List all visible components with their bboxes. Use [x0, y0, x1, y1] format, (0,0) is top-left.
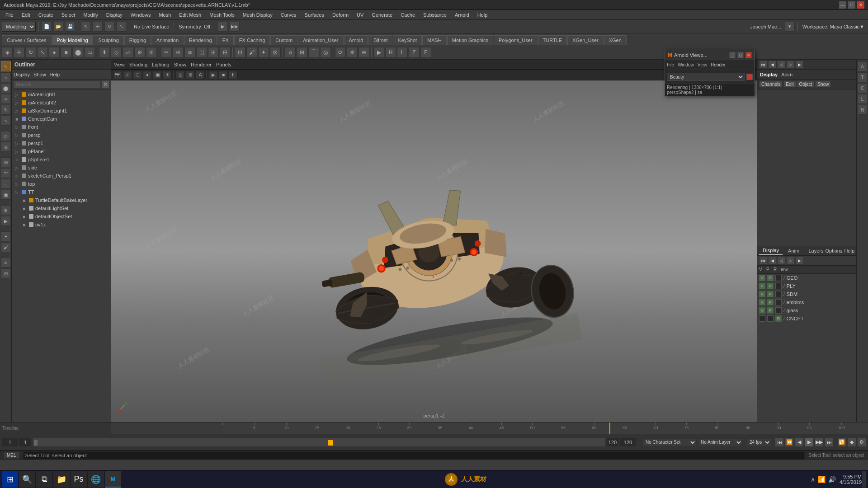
- lp-layers-menu[interactable]: Layers: [808, 248, 823, 253]
- move-tool-button[interactable]: ✛: [93, 22, 103, 32]
- shelf-move-icon[interactable]: ✛: [14, 47, 24, 58]
- cb-channels-menu[interactable]: Channels: [759, 81, 783, 88]
- shelf-combine-icon[interactable]: ⊞: [208, 47, 219, 58]
- rotate-tool-button[interactable]: ↻: [104, 22, 114, 32]
- move-button[interactable]: ✛: [1, 94, 11, 104]
- outliner-search-input[interactable]: [14, 80, 101, 89]
- user-dropdown[interactable]: ▼: [785, 22, 795, 32]
- outliner-item-persp[interactable]: ▷ persp: [12, 131, 111, 139]
- menu-edit-mesh[interactable]: Edit Mesh: [175, 11, 205, 19]
- tab-xgen-user[interactable]: XGen_User: [567, 35, 603, 45]
- shelf-separate-icon[interactable]: ⊟: [220, 47, 231, 58]
- shelf-history-icon[interactable]: ⟳: [335, 47, 346, 58]
- menu-uv[interactable]: UV: [353, 11, 367, 19]
- vp-camera-menu-btn[interactable]: 📷: [113, 71, 122, 79]
- outliner-item-tt[interactable]: ▷ TT: [12, 188, 111, 196]
- rt-attr-editor[interactable]: A: [858, 61, 868, 71]
- mel-input[interactable]: [23, 451, 805, 460]
- outliner-item-aiAreaLight2[interactable]: ▷ aiAreaLight2: [12, 99, 111, 107]
- vp-play-btn[interactable]: ▶: [209, 71, 218, 79]
- layer-v-emblms[interactable]: V: [759, 299, 765, 305]
- shelf-uv-icon[interactable]: ⊡: [235, 47, 245, 58]
- menu-windows[interactable]: Windows: [127, 11, 155, 19]
- layer-r-cncpt[interactable]: R: [775, 315, 782, 322]
- outliner-item-uvix[interactable]: ■ uv1x: [12, 221, 111, 229]
- tab-turtle[interactable]: TURTLE: [538, 35, 567, 45]
- maya-taskbar-btn[interactable]: M: [105, 471, 121, 488]
- cb-show-menu[interactable]: Show: [815, 81, 831, 88]
- arnold-file-menu[interactable]: File: [667, 62, 674, 67]
- shelf-select-icon[interactable]: ◈: [2, 47, 13, 58]
- outliner-display-menu[interactable]: Display: [14, 72, 30, 77]
- shelf-paint-icon[interactable]: 🖌: [246, 47, 257, 58]
- layer-item-sdm[interactable]: V P / SDM: [757, 290, 856, 298]
- arnold-color-swatch[interactable]: [746, 74, 753, 80]
- rotate-button[interactable]: ↻: [1, 105, 11, 115]
- layer-p-emblms[interactable]: P: [767, 299, 774, 305]
- vp-menu-panels[interactable]: Panels: [216, 62, 231, 67]
- paint-tool-button[interactable]: 🖌: [1, 242, 11, 252]
- rt-tool-settings[interactable]: T: [858, 72, 868, 82]
- chrome-btn[interactable]: 🌐: [88, 471, 104, 488]
- menu-file[interactable]: File: [2, 11, 17, 19]
- outliner-item-turtlebake[interactable]: ■ TurtleDefaultBakeLayer: [12, 196, 111, 204]
- outliner-item-sketchcam[interactable]: ▷ sketchCam_Persp1: [12, 172, 111, 180]
- snap-to-grid-button[interactable]: ⊞: [1, 157, 11, 167]
- tab-xgen[interactable]: XGen: [604, 35, 627, 45]
- layer-nav-5[interactable]: ▶: [795, 257, 803, 265]
- rp-nav-prev[interactable]: ◀: [768, 61, 776, 69]
- playback-end-frame[interactable]: [620, 438, 636, 447]
- menu-substance[interactable]: Substance: [420, 11, 450, 19]
- show-manipulator-button[interactable]: ⊕: [1, 142, 11, 152]
- tab-poly-modeling[interactable]: Poly Modeling: [52, 35, 93, 45]
- tab-custom[interactable]: Custom: [270, 35, 297, 45]
- menu-create[interactable]: Create: [35, 11, 57, 19]
- layer-r-ply[interactable]: [775, 283, 782, 289]
- outliner-search-clear[interactable]: ✕: [102, 81, 109, 88]
- outliner-item-front[interactable]: ▷ front: [12, 123, 111, 131]
- vp-menu-show[interactable]: Show: [174, 62, 187, 67]
- layer-item-geo[interactable]: V P / GEO: [757, 274, 856, 282]
- arnold-close-btn[interactable]: ✕: [745, 52, 752, 58]
- task-view-button[interactable]: ⧉: [36, 471, 52, 488]
- cb-display-tab[interactable]: Display: [760, 72, 778, 77]
- layer-nav-2[interactable]: ◀: [768, 257, 776, 265]
- layer-nav-1[interactable]: ⏮: [759, 257, 767, 265]
- vp-menu-view[interactable]: View: [114, 62, 125, 67]
- outliner-item-defaultobjectset[interactable]: ■ defaultObjectSet: [12, 212, 111, 221]
- shelf-extrude-icon[interactable]: ⬆: [99, 47, 110, 58]
- rp-nav-next[interactable]: ▷: [786, 61, 794, 69]
- tab-fx[interactable]: FX: [217, 35, 234, 45]
- vp-resolution-btn[interactable]: ⊞: [186, 71, 195, 79]
- rt-layer-editor[interactable]: L: [858, 94, 868, 104]
- pb-play-back[interactable]: ◀: [795, 438, 804, 447]
- arnold-render-menu[interactable]: Render: [711, 62, 726, 67]
- tab-rigging[interactable]: Rigging: [124, 35, 151, 45]
- scale-tool-button[interactable]: ⤡: [116, 22, 126, 32]
- layer-item-ply[interactable]: V P / PLY: [757, 282, 856, 290]
- menu-deform[interactable]: Deform: [329, 11, 352, 19]
- lp-options-menu[interactable]: Options: [825, 248, 842, 253]
- pb-go-start[interactable]: ⏮: [775, 438, 784, 447]
- outliner-item-aiAreaLight1[interactable]: ▷ aiAreaLight1: [12, 90, 111, 99]
- shelf-soft-select-icon[interactable]: ◎: [320, 47, 331, 58]
- rt-channel-box[interactable]: C: [858, 83, 868, 93]
- layer-v-glass[interactable]: V: [759, 307, 765, 314]
- shelf-hist-icon[interactable]: H: [385, 47, 396, 58]
- display-layer-button[interactable]: ⊟: [1, 268, 11, 278]
- menu-surfaces[interactable]: Surfaces: [301, 11, 328, 19]
- tab-polygons-user[interactable]: Polygons_User: [494, 35, 538, 45]
- tab-bifrost[interactable]: Bifrost: [368, 35, 392, 45]
- menu-cache[interactable]: Cache: [397, 11, 419, 19]
- tab-rendering[interactable]: Rendering: [184, 35, 217, 45]
- menu-mesh-tools[interactable]: Mesh Tools: [206, 11, 238, 19]
- rp-nav-next-small[interactable]: ◁: [777, 61, 785, 69]
- menu-mesh[interactable]: Mesh: [155, 11, 175, 19]
- lp-anim-tab[interactable]: Anim: [784, 247, 803, 254]
- shelf-loop-cut-icon[interactable]: ⊞: [146, 47, 157, 58]
- pb-play-forward[interactable]: ▶: [805, 438, 814, 447]
- shelf-scale-icon[interactable]: ⤡: [37, 47, 48, 58]
- open-scene-button[interactable]: 📂: [53, 22, 63, 32]
- vp-menu-shading[interactable]: Shading: [129, 62, 147, 67]
- vp-stop-btn[interactable]: ■: [219, 71, 228, 79]
